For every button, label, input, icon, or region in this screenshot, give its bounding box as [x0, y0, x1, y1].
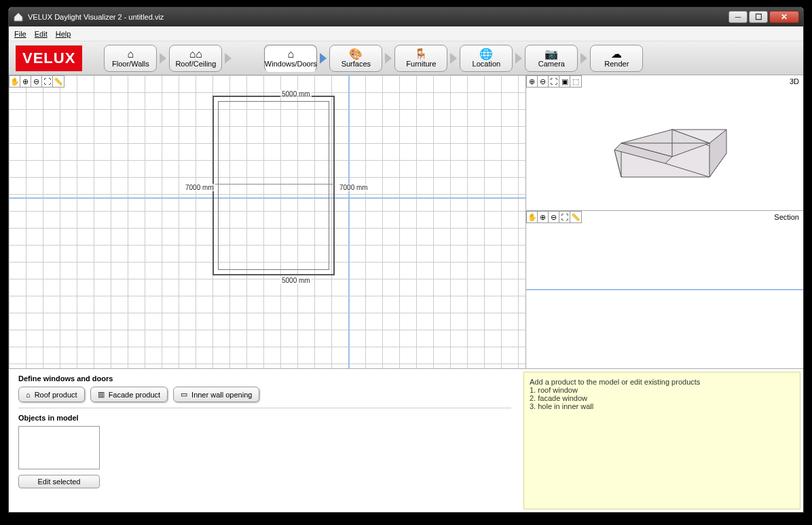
- step-camera[interactable]: 📷Camera: [525, 45, 578, 72]
- left-pane: 5000 mm 5000 mm 7000 mm 7000 mm ✋ ⊕ ⊖ ⛶ …: [9, 75, 526, 368]
- axis-vertical: [348, 75, 350, 368]
- dim-top: 5000 mm: [280, 90, 312, 98]
- zoom-in-icon[interactable]: ⊕: [538, 212, 549, 222]
- arrow-icon: [385, 53, 392, 64]
- room-divider: [213, 184, 335, 184]
- 3d-toolbar: ⊕ ⊖ ⛶ ▣ ⬚: [526, 75, 582, 88]
- section-axis: [526, 289, 803, 290]
- step-floor-walls[interactable]: ⌂Floor/Walls: [104, 45, 157, 72]
- arrow-icon: [225, 53, 232, 64]
- arrow-icon: [320, 53, 327, 64]
- measure-icon[interactable]: 📏: [53, 76, 64, 87]
- define-panel: Define windows and doors ⌂Roof product ▥…: [9, 369, 521, 512]
- menubar: File Edit Help: [9, 26, 803, 41]
- zoom-out-icon[interactable]: ⊖: [549, 212, 559, 222]
- step-furniture[interactable]: 🪑Furniture: [394, 45, 447, 72]
- roof-icon: ⌂⌂: [189, 49, 202, 60]
- minimize-button[interactable]: ─: [728, 11, 748, 23]
- objects-label: Objects in model: [18, 414, 511, 422]
- fit-icon[interactable]: ⛶: [559, 212, 570, 222]
- panel-3d-label: 3D: [790, 77, 799, 85]
- menu-edit[interactable]: Edit: [35, 30, 48, 38]
- help-line: Add a product to the model or edit exist…: [530, 378, 794, 386]
- render-icon: ☁: [611, 49, 622, 60]
- plan-toolbar: ✋ ⊕ ⊖ ⛶ 📏: [9, 75, 64, 88]
- window-title: VELUX Daylight Visualizer 2 - untitled.v…: [28, 13, 164, 21]
- dim-bottom: 5000 mm: [280, 277, 312, 284]
- step-windows-doors[interactable]: ⌂Windows/Doors: [264, 45, 317, 72]
- menu-file[interactable]: File: [14, 30, 26, 38]
- right-pane: 3D ⊕ ⊖ ⛶ ▣ ⬚: [526, 75, 803, 368]
- section-toolbar: ✋ ⊕ ⊖ ⛶ 📏: [526, 211, 582, 223]
- inner-wall-button[interactable]: ▭Inner wall opening: [173, 387, 259, 402]
- roof-product-icon: ⌂: [26, 391, 31, 399]
- app-icon: [13, 12, 24, 22]
- help-panel: Add a product to the model or edit exist…: [523, 372, 800, 509]
- cube-icon[interactable]: ▣: [559, 76, 570, 87]
- define-title: Define windows and doors: [18, 374, 511, 383]
- window-icon: ⌂: [288, 49, 295, 60]
- palette-icon: 🎨: [349, 49, 363, 60]
- step-surfaces[interactable]: 🎨Surfaces: [329, 45, 382, 72]
- help-line: 2. facade window: [530, 394, 794, 402]
- zoom-in-icon[interactable]: ⊕: [527, 76, 538, 87]
- velux-logo: VELUX: [16, 45, 82, 71]
- fit-icon[interactable]: ⛶: [42, 76, 53, 87]
- plan-canvas[interactable]: 5000 mm 5000 mm 7000 mm 7000 mm ✋ ⊕ ⊖ ⛶ …: [9, 75, 525, 368]
- panel-section[interactable]: Section ✋ ⊕ ⊖ ⛶ 📏: [526, 211, 803, 368]
- maximize-button[interactable]: ☐: [749, 11, 768, 23]
- step-toolbar: VELUX ⌂Floor/Walls ⌂⌂Roof/Ceiling ⌂Windo…: [9, 41, 803, 75]
- dim-left: 7000 mm: [184, 184, 215, 191]
- svg-marker-0: [14, 13, 22, 21]
- close-button[interactable]: ✕: [769, 11, 799, 23]
- panel-3d[interactable]: 3D ⊕ ⊖ ⛶ ▣ ⬚: [526, 75, 803, 211]
- help-line: 1. roof window: [530, 386, 794, 394]
- arrow-icon: [580, 53, 587, 64]
- room-inner: [218, 101, 329, 270]
- 3d-model: [601, 96, 737, 197]
- content-area: 5000 mm 5000 mm 7000 mm 7000 mm ✋ ⊕ ⊖ ⛶ …: [9, 75, 803, 368]
- titlebar[interactable]: VELUX Daylight Visualizer 2 - untitled.v…: [9, 7, 803, 26]
- objects-listbox[interactable]: [18, 426, 100, 469]
- zoom-out-icon[interactable]: ⊖: [31, 76, 42, 87]
- zoom-in-icon[interactable]: ⊕: [20, 76, 31, 87]
- chair-icon: 🪑: [414, 49, 428, 60]
- fit-icon[interactable]: ⛶: [549, 76, 559, 87]
- facade-product-button[interactable]: ▥Facade product: [90, 387, 168, 402]
- pan-icon[interactable]: ✋: [10, 76, 20, 87]
- facade-product-icon: ▥: [98, 390, 105, 399]
- panel-section-label: Section: [774, 213, 799, 221]
- menu-help[interactable]: Help: [56, 30, 71, 38]
- zoom-out-icon[interactable]: ⊖: [538, 76, 549, 87]
- measure-icon[interactable]: 📏: [570, 212, 581, 222]
- roof-product-button[interactable]: ⌂Roof product: [18, 387, 85, 402]
- step-roof-ceiling[interactable]: ⌂⌂Roof/Ceiling: [169, 45, 222, 72]
- step-render[interactable]: ☁Render: [590, 45, 643, 72]
- globe-icon: 🌐: [479, 49, 493, 60]
- inner-wall-icon: ▭: [181, 390, 187, 399]
- arrow-icon: [160, 53, 166, 64]
- pan-icon[interactable]: ✋: [527, 212, 538, 222]
- arrow-icon: [450, 53, 457, 64]
- step-location[interactable]: 🌐Location: [460, 45, 513, 72]
- wireframe-icon[interactable]: ⬚: [570, 76, 581, 87]
- app-window: VELUX Daylight Visualizer 2 - untitled.v…: [8, 7, 804, 513]
- house-icon: ⌂: [128, 49, 134, 60]
- dim-right: 7000 mm: [338, 184, 369, 191]
- edit-selected-button[interactable]: Edit selected: [18, 475, 100, 488]
- camera-icon: 📷: [545, 49, 558, 60]
- arrow-icon: [515, 53, 522, 64]
- help-line: 3. hole in inner wall: [530, 402, 794, 410]
- bottom-area: Define windows and doors ⌂Roof product ▥…: [9, 368, 803, 512]
